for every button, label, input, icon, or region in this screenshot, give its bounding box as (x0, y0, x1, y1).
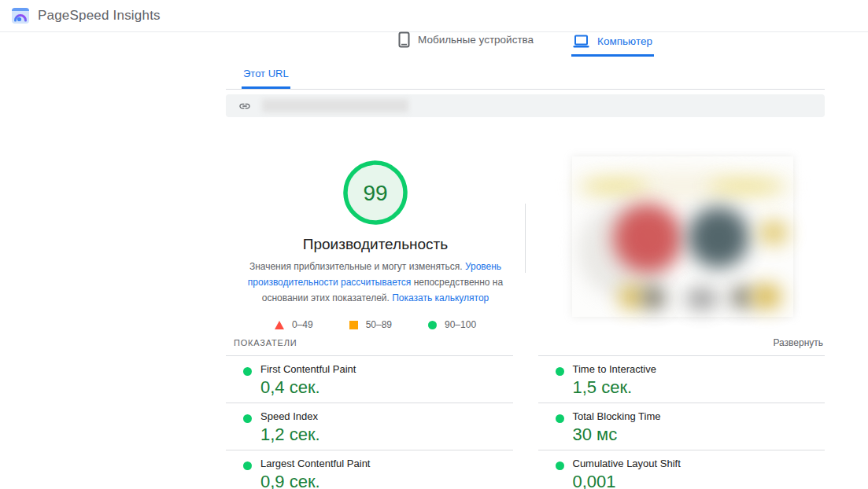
average-square-icon (349, 321, 358, 329)
pagespeed-logo-icon (11, 6, 30, 25)
metrics-grid: First Contentful Paint 0,4 сек. Time to … (226, 355, 825, 489)
metric-value: 0,4 сек. (260, 377, 513, 398)
redacted-url-blob (262, 99, 408, 112)
mobile-phone-icon (398, 31, 410, 48)
metric-label: Time to Interactive (573, 363, 826, 375)
legend-pass-range: 90–100 (445, 319, 476, 330)
report-content: Этот URL 99 Производительность Значения … (226, 57, 825, 489)
tab-desktop-label: Компьютер (597, 35, 652, 47)
metric-label: Speed Index (260, 410, 513, 422)
legend-average-range: 50–89 (366, 319, 392, 330)
metric-status-dot (243, 461, 252, 470)
thumbnail-blur-region (685, 289, 718, 309)
score-section: 99 Производительность Значения приблизит… (226, 119, 825, 325)
metrics-section-title: ПОКАЗАТЕЛИ (234, 338, 297, 347)
thumbnail-blur-region (643, 287, 665, 309)
url-tabs: Этот URL (226, 57, 825, 90)
score-legend: 0–49 50–89 90–100 (226, 319, 525, 330)
metric-first-contentful-paint: First Contentful Paint 0,4 сек. (226, 355, 513, 403)
metric-value: 1,5 сек. (573, 377, 826, 398)
metric-speed-index: Speed Index 1,2 сек. (226, 403, 513, 450)
performance-title: Производительность (226, 236, 525, 253)
metric-status-dot (556, 461, 564, 470)
thumbnail-blur-region (613, 204, 682, 273)
metric-status-dot (556, 414, 564, 423)
metric-value: 0,001 (573, 472, 826, 489)
thumbnail-blur-region (619, 285, 645, 309)
legend-item-average: 50–89 (349, 319, 392, 330)
tab-mobile[interactable]: Мобильные устройства (397, 27, 535, 57)
tab-this-url[interactable]: Этот URL (242, 68, 290, 89)
thumbnail-blur-region (752, 284, 781, 309)
metric-total-blocking-time: Total Blocking Time 30 мс (538, 403, 826, 450)
thumbnail-blur-region (582, 182, 648, 191)
thumbnail-blur-region (688, 207, 749, 268)
disclaimer-text-1: Значения приблизительные и могут изменят… (249, 261, 465, 272)
expand-metrics-link[interactable]: Развернуть (773, 337, 823, 348)
metric-status-dot (243, 367, 252, 376)
metric-time-to-interactive: Time to Interactive 1,5 сек. (538, 355, 826, 403)
thumbnail-blur-region (707, 182, 785, 191)
tested-url-bar (226, 94, 825, 117)
tab-desktop[interactable]: Компьютер (571, 30, 654, 57)
pass-circle-icon (428, 321, 437, 329)
tab-mobile-label: Мобильные устройства (418, 34, 534, 46)
desktop-computer-icon (573, 35, 589, 48)
show-calculator-link[interactable]: Показать калькулятор (392, 292, 489, 303)
legend-item-pass: 90–100 (428, 319, 476, 330)
performance-gauge-box: 99 Производительность Значения приблизит… (226, 119, 525, 330)
metric-value: 30 мс (573, 425, 826, 445)
performance-score-gauge: 99 (342, 160, 408, 229)
section-divider (525, 204, 526, 273)
legend-fail-range: 0–49 (292, 319, 313, 330)
metric-value: 1,2 сек. (260, 425, 513, 445)
metric-largest-contentful-paint: Largest Contentful Paint 0,9 сек. (226, 450, 513, 489)
metric-value: 0,9 сек. (260, 472, 513, 489)
metric-status-dot (243, 414, 252, 423)
metric-label: Total Blocking Time (573, 410, 826, 422)
metric-label: Largest Contentful Paint (260, 458, 513, 469)
thumbnail-blur-region (759, 221, 788, 244)
metrics-section: ПОКАЗАТЕЛИ Развернуть First Contentful P… (226, 337, 825, 489)
metric-status-dot (556, 367, 564, 376)
metric-label: Cumulative Layout Shift (573, 458, 826, 469)
fail-triangle-icon (275, 321, 284, 329)
link-icon (238, 100, 251, 112)
metric-cumulative-layout-shift: Cumulative Layout Shift 0,001 (538, 450, 826, 489)
page-screenshot-thumbnail (572, 156, 793, 317)
device-tabbar: Мобильные устройства Компьютер (226, 32, 825, 57)
performance-score-value: 99 (363, 181, 387, 205)
performance-disclaimer: Значения приблизительные и могут изменят… (243, 259, 508, 306)
legend-item-fail: 0–49 (275, 319, 313, 330)
metric-label: First Contentful Paint (260, 363, 513, 375)
app-title: PageSpeed Insights (38, 8, 161, 24)
metrics-header: ПОКАЗАТЕЛИ Развернуть (226, 337, 825, 355)
thumbnail-blur-region (732, 287, 752, 307)
